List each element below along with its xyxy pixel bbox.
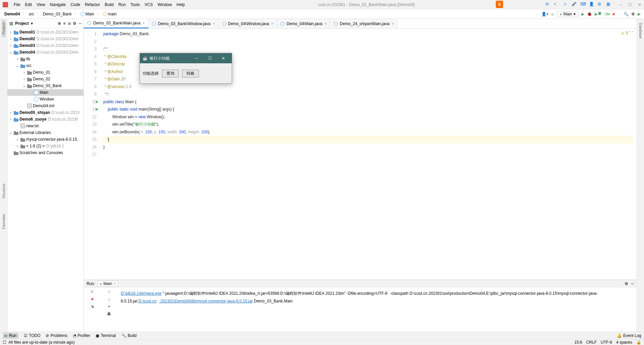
add-config-icon[interactable]: 👤▾ [541,12,548,16]
close-tab-icon[interactable]: × [391,21,394,26]
project-label[interactable]: Project [15,21,29,26]
gear-icon[interactable]: ⚙ [73,21,76,26]
run-gutter-icon[interactable]: ▶ [96,106,99,113]
tool-run[interactable]: ▶Run [3,333,18,339]
tool-favorites[interactable]: Favorites [2,211,6,232]
coverage-icon[interactable]: ▶⛊ [595,12,602,16]
smiley-icon[interactable]: ☺ [563,2,569,8]
tab-3[interactable]: Demo_04\Main.java× [277,19,330,28]
maximize-icon[interactable]: ☐ [628,2,632,7]
hide-icon[interactable]: ─ [78,21,82,26]
sogou-ime-icon[interactable]: S [496,1,503,8]
close-tab-icon[interactable]: × [143,21,145,25]
back-icon[interactable]: ↙ [551,12,554,16]
dialog-titlebar[interactable]: ☕ 银行小功能 ─ ☐ ✕ [140,53,232,63]
mic-icon[interactable]: 🎤 [572,2,578,8]
debug-icon[interactable]: 🐞 [587,12,592,16]
menu-window[interactable]: Window [155,2,174,7]
crumb-class[interactable]: Main [79,12,95,16]
close-tab-icon[interactable]: × [324,21,327,26]
run-output[interactable]: D:\jdk16.1\bin\java.exe "-javaagent:D:\编… [117,287,637,332]
tool-todo[interactable]: ☑ TODO [24,333,40,338]
status-indent[interactable]: 4 spaces [616,340,632,345]
menu-help[interactable]: Help [174,2,187,7]
dialog-close-icon[interactable]: ✕ [218,56,229,61]
menu-code[interactable]: Code [68,2,83,7]
minimize-icon[interactable]: ─ [619,2,622,7]
stop-run-icon[interactable]: ■ [91,297,93,301]
stop-icon[interactable]: ■ [612,12,615,16]
tool-problems[interactable]: ⊘ Problems [46,333,67,338]
select-opened-icon[interactable]: ⊕ [58,21,61,26]
menu-view[interactable]: View [34,2,48,7]
inspection-widget[interactable]: ⚠ 5 ˆ ˇ [621,31,633,36]
run-icon[interactable]: ▶ [581,12,584,16]
dialog-transfer-button[interactable]: 转账 [182,70,199,77]
keyboard-icon[interactable]: ⌨ [580,2,586,8]
menu-vcs[interactable]: VCS [142,2,155,7]
dot-icon[interactable]: •, [554,2,560,8]
menu-edit[interactable]: Edit [22,2,34,7]
menu-build[interactable]: Build [102,2,116,7]
status-encoding[interactable]: UTF-8 [601,340,612,345]
menu-run[interactable]: Run [116,2,128,7]
tab-2[interactable]: Demo_04\Window.java× [219,19,277,28]
tool-project[interactable]: Project [2,20,6,37]
dialog-query-button[interactable]: 查询 [162,70,179,77]
crumb-package[interactable]: Demo_03_Bank [42,12,73,16]
run-gear-icon[interactable]: ⚙ [625,281,628,286]
tool-profiler[interactable]: ◔ Profiler [73,333,90,338]
grid-icon[interactable]: ▦ [606,2,612,8]
rerun-icon[interactable]: ↻ [91,289,94,294]
settings-icon[interactable]: ⚙ [631,12,635,16]
tool-structure[interactable]: Structure [2,181,6,201]
print-icon[interactable]: 🖶 [107,312,111,316]
close-icon[interactable]: ✕ [638,2,641,7]
tray-icons: 中 •, ☺ 🎤 ⌨ 👤 ⊞ ▦ [545,2,612,8]
ime-icon[interactable]: 中 [545,2,551,8]
profile-icon[interactable]: ◔▾ [604,12,610,16]
project-tree[interactable]: ›Demo01D:\cust.cn.202301\Dem ›Demo02D:\c… [7,28,84,332]
close-tab-icon[interactable]: × [271,21,273,26]
close-tab-icon[interactable]: × [213,21,215,26]
gutter[interactable]: 1234567891011121314151617 ▶ ▶ [84,29,100,280]
tab-1[interactable]: Demo_03_Bank\Window.java× [149,19,219,28]
down-icon[interactable]: ↓ [108,297,110,301]
collapse-icon[interactable]: ⇲ [67,21,71,26]
search-icon[interactable]: 🔍 [624,12,629,16]
run-anything-icon[interactable]: ▶ [638,12,641,16]
java-dialog[interactable]: ☕ 银行小功能 ─ ☐ ✕ 功能选择 查询 转账 [140,53,232,84]
layout-icon[interactable]: ⇲ [91,304,94,309]
menu-tools[interactable]: Tools [128,2,142,7]
tool-database[interactable]: Database [639,20,643,41]
tool-eventlog[interactable]: 🔔 Event Log [617,333,641,338]
person-icon[interactable]: 👤 [589,2,595,8]
wrap-icon[interactable]: ⤶ [107,304,111,309]
crumb-src[interactable]: src [28,12,35,16]
up-icon[interactable]: ↑ [108,289,110,294]
tool-terminal[interactable]: ▣ Terminal [96,333,116,338]
expand-icon[interactable]: ≡ [63,21,65,26]
toolbox-icon[interactable]: ⊞ [598,2,604,8]
run-hide-icon[interactable]: ─ [631,281,634,286]
crumb-method[interactable]: main [102,12,118,16]
dialog-min-icon[interactable]: ─ [191,56,202,61]
status-lock-icon[interactable]: 🔒 [636,340,641,345]
menu-file[interactable]: File [11,2,22,7]
tab-4[interactable]: Demo_24_shiyan\Main.java× [330,19,397,28]
java-class-icon [87,21,91,25]
status-icon[interactable]: ☐ [3,340,6,345]
run-gutter-icon[interactable]: ▶ [96,98,99,106]
tool-build[interactable]: 🔨 Build [121,333,137,338]
tab-0[interactable]: Demo_03_Bank\Main.java× [84,19,149,28]
status-message: All files are up-to-date (a minute ago) [8,340,74,345]
project-view-icon[interactable]: ▤ [9,21,13,26]
run-tab[interactable]: ▸Main × [98,281,118,287]
menu-refactor[interactable]: Refactor [83,2,102,7]
menu-navigate[interactable]: Navigate [48,2,68,7]
run-config-selector[interactable]: ▸Main▾ [557,11,579,17]
crumb-project[interactable]: Demo04 [3,12,21,16]
status-linesep[interactable]: CRLF [586,340,597,345]
dialog-max-icon[interactable]: ☐ [204,56,216,61]
status-pos[interactable]: 15:6 [574,340,582,345]
